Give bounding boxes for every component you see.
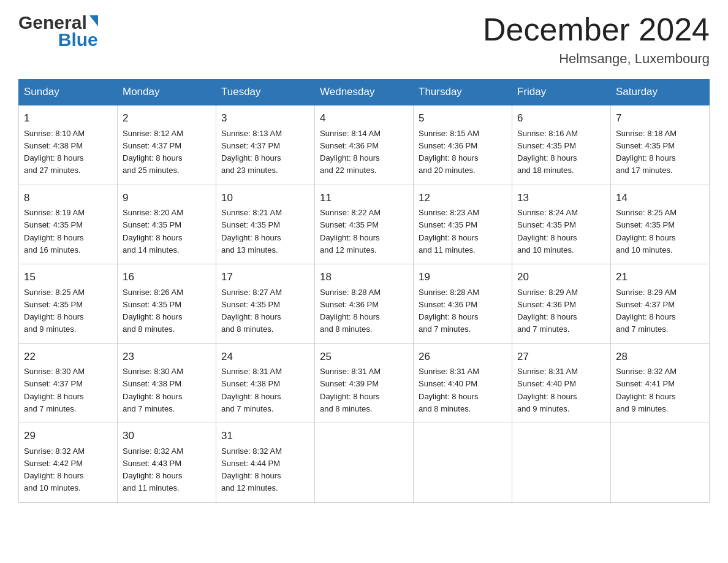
- day-info: Sunrise: 8:32 AMSunset: 4:43 PMDaylight:…: [123, 446, 183, 493]
- header-monday: Monday: [118, 80, 216, 105]
- day-number: 9: [123, 190, 211, 206]
- calendar-cell: 26Sunrise: 8:31 AMSunset: 4:40 PMDayligh…: [414, 343, 512, 423]
- day-info: Sunrise: 8:23 AMSunset: 4:35 PMDaylight:…: [419, 208, 479, 255]
- day-number: 28: [616, 349, 704, 365]
- logo-blue-text: Blue: [58, 29, 98, 50]
- day-info: Sunrise: 8:10 AMSunset: 4:38 PMDaylight:…: [24, 129, 85, 175]
- calendar-cell: 6Sunrise: 8:16 AMSunset: 4:35 PMDaylight…: [512, 105, 611, 185]
- day-number: 5: [419, 110, 507, 126]
- header-friday: Friday: [512, 80, 611, 105]
- page-header: General Blue December 2024 Helmsange, Lu…: [18, 12, 710, 67]
- calendar-cell: [414, 423, 512, 503]
- day-info: Sunrise: 8:29 AMSunset: 4:36 PMDaylight:…: [517, 288, 578, 334]
- calendar-cell: 19Sunrise: 8:28 AMSunset: 4:36 PMDayligh…: [414, 264, 512, 344]
- day-info: Sunrise: 8:24 AMSunset: 4:35 PMDaylight:…: [517, 208, 578, 255]
- day-number: 22: [24, 349, 112, 365]
- calendar-cell: 4Sunrise: 8:14 AMSunset: 4:36 PMDaylight…: [315, 105, 414, 185]
- day-info: Sunrise: 8:14 AMSunset: 4:36 PMDaylight:…: [320, 129, 381, 175]
- day-info: Sunrise: 8:25 AMSunset: 4:35 PMDaylight:…: [24, 288, 85, 334]
- day-number: 15: [24, 269, 112, 285]
- title-area: December 2024 Helmsange, Luxembourg: [483, 12, 710, 67]
- day-info: Sunrise: 8:25 AMSunset: 4:35 PMDaylight:…: [616, 208, 677, 255]
- calendar-header-row: SundayMondayTuesdayWednesdayThursdayFrid…: [19, 80, 710, 105]
- calendar-cell: 23Sunrise: 8:30 AMSunset: 4:38 PMDayligh…: [118, 343, 216, 423]
- calendar-cell: [512, 423, 611, 503]
- day-number: 11: [320, 190, 408, 206]
- calendar-cell: 20Sunrise: 8:29 AMSunset: 4:36 PMDayligh…: [512, 264, 611, 344]
- day-info: Sunrise: 8:28 AMSunset: 4:36 PMDaylight:…: [419, 288, 479, 334]
- calendar-cell: 14Sunrise: 8:25 AMSunset: 4:35 PMDayligh…: [611, 185, 710, 264]
- day-info: Sunrise: 8:12 AMSunset: 4:37 PMDaylight:…: [123, 129, 183, 175]
- calendar-cell: 27Sunrise: 8:31 AMSunset: 4:40 PMDayligh…: [512, 343, 611, 423]
- calendar-week-2: 8Sunrise: 8:19 AMSunset: 4:35 PMDaylight…: [19, 185, 710, 264]
- calendar-cell: 31Sunrise: 8:32 AMSunset: 4:44 PMDayligh…: [216, 423, 315, 503]
- calendar-cell: 7Sunrise: 8:18 AMSunset: 4:35 PMDaylight…: [611, 105, 710, 185]
- day-number: 16: [123, 269, 211, 285]
- calendar-cell: 16Sunrise: 8:26 AMSunset: 4:35 PMDayligh…: [118, 264, 216, 344]
- calendar-cell: 10Sunrise: 8:21 AMSunset: 4:35 PMDayligh…: [216, 185, 315, 264]
- day-info: Sunrise: 8:20 AMSunset: 4:35 PMDaylight:…: [123, 208, 183, 255]
- day-info: Sunrise: 8:31 AMSunset: 4:39 PMDaylight:…: [320, 367, 381, 413]
- day-number: 13: [517, 190, 605, 206]
- day-info: Sunrise: 8:21 AMSunset: 4:35 PMDaylight:…: [221, 208, 282, 255]
- day-info: Sunrise: 8:27 AMSunset: 4:35 PMDaylight:…: [221, 288, 282, 334]
- day-number: 27: [517, 349, 605, 365]
- day-number: 20: [517, 269, 605, 285]
- day-number: 14: [616, 190, 704, 206]
- calendar-week-3: 15Sunrise: 8:25 AMSunset: 4:35 PMDayligh…: [19, 264, 710, 344]
- calendar-cell: 12Sunrise: 8:23 AMSunset: 4:35 PMDayligh…: [414, 185, 512, 264]
- calendar-cell: 9Sunrise: 8:20 AMSunset: 4:35 PMDaylight…: [118, 185, 216, 264]
- header-thursday: Thursday: [414, 80, 512, 105]
- day-info: Sunrise: 8:30 AMSunset: 4:37 PMDaylight:…: [24, 367, 85, 413]
- calendar-cell: 21Sunrise: 8:29 AMSunset: 4:37 PMDayligh…: [611, 264, 710, 344]
- day-number: 8: [24, 190, 112, 206]
- calendar-cell: 18Sunrise: 8:28 AMSunset: 4:36 PMDayligh…: [315, 264, 414, 344]
- header-sunday: Sunday: [19, 80, 118, 105]
- day-number: 21: [616, 269, 704, 285]
- day-info: Sunrise: 8:26 AMSunset: 4:35 PMDaylight:…: [123, 288, 183, 334]
- calendar-cell: 30Sunrise: 8:32 AMSunset: 4:43 PMDayligh…: [118, 423, 216, 503]
- calendar-cell: 15Sunrise: 8:25 AMSunset: 4:35 PMDayligh…: [19, 264, 118, 344]
- day-info: Sunrise: 8:16 AMSunset: 4:35 PMDaylight:…: [517, 129, 578, 175]
- calendar-cell: [611, 423, 710, 503]
- day-info: Sunrise: 8:15 AMSunset: 4:36 PMDaylight:…: [419, 129, 479, 175]
- day-number: 29: [24, 428, 112, 444]
- header-saturday: Saturday: [611, 80, 710, 105]
- day-info: Sunrise: 8:29 AMSunset: 4:37 PMDaylight:…: [616, 288, 677, 334]
- day-info: Sunrise: 8:31 AMSunset: 4:40 PMDaylight:…: [419, 367, 479, 413]
- calendar-cell: 13Sunrise: 8:24 AMSunset: 4:35 PMDayligh…: [512, 185, 611, 264]
- calendar-cell: 2Sunrise: 8:12 AMSunset: 4:37 PMDaylight…: [118, 105, 216, 185]
- day-number: 25: [320, 349, 408, 365]
- day-info: Sunrise: 8:31 AMSunset: 4:40 PMDaylight:…: [517, 367, 578, 413]
- day-number: 12: [419, 190, 507, 206]
- day-number: 23: [123, 349, 211, 365]
- day-info: Sunrise: 8:28 AMSunset: 4:36 PMDaylight:…: [320, 288, 381, 334]
- calendar-cell: 5Sunrise: 8:15 AMSunset: 4:36 PMDaylight…: [414, 105, 512, 185]
- day-number: 17: [221, 269, 309, 285]
- day-number: 30: [123, 428, 211, 444]
- day-number: 1: [24, 110, 112, 126]
- header-wednesday: Wednesday: [315, 80, 414, 105]
- logo-triangle-icon: [89, 15, 98, 26]
- calendar-cell: 8Sunrise: 8:19 AMSunset: 4:35 PMDaylight…: [19, 185, 118, 264]
- day-info: Sunrise: 8:22 AMSunset: 4:35 PMDaylight:…: [320, 208, 381, 255]
- day-number: 2: [123, 110, 211, 126]
- day-info: Sunrise: 8:32 AMSunset: 4:41 PMDaylight:…: [616, 367, 677, 413]
- day-number: 18: [320, 269, 408, 285]
- day-number: 26: [419, 349, 507, 365]
- day-number: 3: [221, 110, 309, 126]
- calendar-cell: 3Sunrise: 8:13 AMSunset: 4:37 PMDaylight…: [216, 105, 315, 185]
- calendar-cell: 24Sunrise: 8:31 AMSunset: 4:38 PMDayligh…: [216, 343, 315, 423]
- day-info: Sunrise: 8:32 AMSunset: 4:42 PMDaylight:…: [24, 446, 85, 493]
- day-number: 31: [221, 428, 309, 444]
- calendar-cell: 11Sunrise: 8:22 AMSunset: 4:35 PMDayligh…: [315, 185, 414, 264]
- day-info: Sunrise: 8:30 AMSunset: 4:38 PMDaylight:…: [123, 367, 183, 413]
- location-subtitle: Helmsange, Luxembourg: [483, 51, 710, 67]
- day-info: Sunrise: 8:19 AMSunset: 4:35 PMDaylight:…: [24, 208, 85, 255]
- calendar-week-1: 1Sunrise: 8:10 AMSunset: 4:38 PMDaylight…: [19, 105, 710, 185]
- calendar-week-5: 29Sunrise: 8:32 AMSunset: 4:42 PMDayligh…: [19, 423, 710, 503]
- calendar-cell: 17Sunrise: 8:27 AMSunset: 4:35 PMDayligh…: [216, 264, 315, 344]
- calendar-cell: 1Sunrise: 8:10 AMSunset: 4:38 PMDaylight…: [19, 105, 118, 185]
- calendar-table: SundayMondayTuesdayWednesdayThursdayFrid…: [18, 79, 710, 503]
- day-number: 19: [419, 269, 507, 285]
